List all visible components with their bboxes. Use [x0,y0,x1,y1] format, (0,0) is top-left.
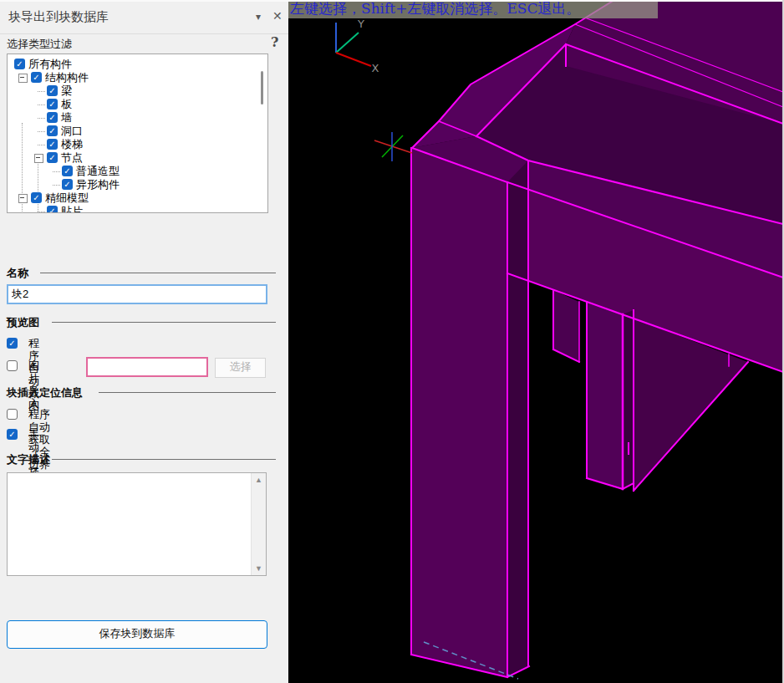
tree-item-checkbox[interactable]: ✓ [14,59,25,69]
image-import-checkbox[interactable] [7,360,18,371]
model-face-post-front[interactable] [587,302,623,489]
model-face-column-front[interactable] [411,148,507,677]
tree-guide [38,118,45,119]
section-rule [52,322,276,323]
viewport-scene: XY [288,0,784,683]
axis-y-icon [336,33,359,53]
anchor-section-label: 块插入定位信息 [7,385,83,400]
tree-item-label: 异形构件 [76,178,120,191]
tree-item-checkbox[interactable]: ✓ [47,125,58,136]
tree-item-label: 普通造型 [76,165,120,178]
section-rule [52,459,276,460]
auto-anchor-checkbox[interactable] [7,409,18,420]
axis-label-x: X [372,62,379,74]
tree-expander-icon[interactable] [18,194,28,203]
tree-guide [38,91,45,92]
tree-scrollbar-thumb[interactable] [261,71,263,104]
block-name-input[interactable] [7,284,267,304]
export-block-panel: 块导出到块数据库 ▾ ✕ 选择类型过滤 ? ✓所有构件✓结构构件✓梁✓板✓墙✓洞… [0,0,288,683]
tree-item-label: 墙 [61,111,72,125]
panel-title-bar: 块导出到块数据库 ▾ ✕ [0,2,288,34]
tree-item-label: 板 [61,98,72,111]
window-top-border [0,0,784,2]
tree-item-checkbox[interactable]: ✓ [31,72,42,83]
description-textarea[interactable]: ▲ ▼ [7,472,267,576]
tree-guide [38,160,38,213]
manual-anchor-checkbox[interactable]: ✓ [7,429,18,440]
tree-item-label: 精细模型 [45,191,89,205]
tree-item-label: 贴片 [61,205,83,213]
auto-capture-checkbox[interactable]: ✓ [7,338,18,349]
tree-guide [53,185,60,186]
preview-section-label: 预览图 [7,315,39,330]
tree-item-checkbox[interactable]: ✓ [62,179,73,190]
tree-item-checkbox[interactable]: ✓ [47,85,58,96]
tree-item-label: 楼梯 [61,138,83,151]
tree-item-checkbox[interactable]: ✓ [47,206,58,213]
description-scrollbar[interactable]: ▲ ▼ [251,473,266,575]
tree-guide [38,104,45,105]
close-icon[interactable]: ✕ [272,9,283,23]
tree-item-label: 洞口 [61,125,83,138]
name-section-label: 名称 [7,266,28,281]
crosshair-x-icon [374,140,412,153]
axis-label-y: Y [357,18,364,30]
tree-guide [38,212,45,212]
description-section-label: 文字描述 [7,452,50,467]
tree-item-label: 节点 [61,151,83,165]
help-icon[interactable]: ? [271,34,278,50]
type-filter-tree[interactable]: ✓所有构件✓结构构件✓梁✓板✓墙✓洞口✓楼梯✓节点✓普通造型✓异形构件✓精细模型… [7,54,268,213]
image-path-input[interactable] [86,357,208,377]
collapse-icon[interactable]: ▾ [256,11,261,23]
filter-section-label: 选择类型过滤 [7,37,72,52]
select-image-button[interactable]: 选择 [215,358,266,378]
tree-guide [53,171,60,172]
model-face-post-side[interactable] [623,310,634,489]
tree-guide [38,145,45,145]
selection-hint-bar: 左键选择，Shift+左键取消选择。ESC退出。 [288,0,658,18]
tree-item-label: 结构构件 [45,71,89,84]
scroll-down-icon[interactable]: ▼ [252,562,266,575]
panel-title: 块导出到块数据库 [8,9,109,25]
scroll-up-icon[interactable]: ▲ [252,473,266,487]
tree-item-checkbox[interactable]: ✓ [47,139,58,150]
tree-expander-icon[interactable] [18,74,28,83]
section-rule [99,392,276,393]
tree-item-checkbox[interactable]: ✓ [47,112,58,123]
axis-x-icon [336,53,371,66]
model-viewport[interactable]: XY 左键选择，Shift+左键取消选择。ESC退出。 [288,0,784,683]
tree-item-label: 所有构件 [28,58,72,71]
tree-item-label: 梁 [61,84,72,98]
image-import-label: 图片导入 [28,359,39,410]
tree-item-checkbox[interactable]: ✓ [62,166,73,176]
save-block-button[interactable]: 保存块到数据库 [7,620,267,649]
tree-item-checkbox[interactable]: ✓ [47,99,58,110]
tree-expander-icon[interactable] [34,154,43,163]
model-face-column-side[interactable] [507,161,528,677]
section-rule [40,273,276,273]
tree-item-checkbox[interactable]: ✓ [31,192,42,203]
tree-guide [38,131,45,132]
tree-item-checkbox[interactable]: ✓ [47,152,58,163]
